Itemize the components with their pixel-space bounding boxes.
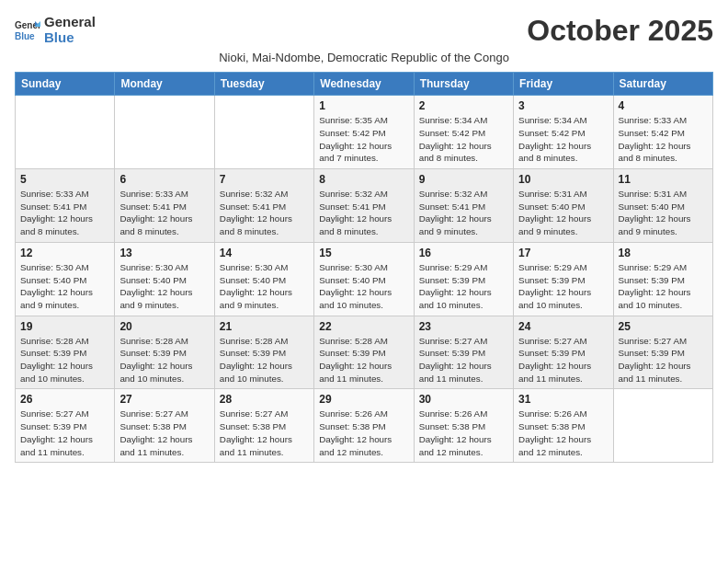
day-number: 30 (419, 393, 508, 406)
day-number: 19 (20, 320, 109, 333)
day-number: 20 (119, 320, 209, 333)
header-day: Monday (115, 73, 214, 96)
day-info: Sunrise: 5:26 AMSunset: 5:38 PMDaylight:… (419, 408, 508, 458)
calendar-cell: 22Sunrise: 5:28 AMSunset: 5:39 PMDayligh… (314, 316, 414, 389)
calendar-cell (214, 96, 313, 169)
day-info: Sunrise: 5:34 AMSunset: 5:42 PMDaylight:… (419, 114, 508, 165)
calendar-week: 1Sunrise: 5:35 AMSunset: 5:42 PMDaylight… (16, 96, 713, 169)
calendar-cell: 15Sunrise: 5:30 AMSunset: 5:40 PMDayligh… (314, 242, 414, 316)
logo: General Blue General Blue (15, 15, 96, 45)
day-info: Sunrise: 5:29 AMSunset: 5:39 PMDaylight:… (419, 261, 508, 312)
day-info: Sunrise: 5:31 AMSunset: 5:40 PMDaylight:… (619, 188, 708, 238)
day-number: 12 (20, 247, 109, 259)
calendar-cell: 27Sunrise: 5:27 AMSunset: 5:38 PMDayligh… (115, 389, 214, 463)
day-number: 1 (319, 99, 408, 112)
day-info: Sunrise: 5:33 AMSunset: 5:41 PMDaylight:… (20, 188, 109, 238)
calendar-cell: 14Sunrise: 5:30 AMSunset: 5:40 PMDayligh… (214, 242, 313, 316)
day-info: Sunrise: 5:31 AMSunset: 5:40 PMDaylight:… (518, 188, 608, 238)
day-info: Sunrise: 5:35 AMSunset: 5:42 PMDaylight:… (319, 114, 408, 165)
calendar-cell: 24Sunrise: 5:27 AMSunset: 5:39 PMDayligh… (514, 316, 613, 389)
calendar-cell: 26Sunrise: 5:27 AMSunset: 5:39 PMDayligh… (16, 389, 115, 463)
day-info: Sunrise: 5:29 AMSunset: 5:39 PMDaylight:… (518, 261, 608, 312)
calendar-cell: 12Sunrise: 5:30 AMSunset: 5:40 PMDayligh… (16, 242, 115, 316)
day-number: 25 (619, 320, 708, 333)
calendar-cell: 5Sunrise: 5:33 AMSunset: 5:41 PMDaylight… (16, 169, 115, 243)
calendar-week: 12Sunrise: 5:30 AMSunset: 5:40 PMDayligh… (16, 242, 713, 316)
calendar-cell: 11Sunrise: 5:31 AMSunset: 5:40 PMDayligh… (613, 169, 712, 243)
month-title: October 2025 (527, 15, 713, 47)
logo-general: General (44, 15, 96, 30)
day-number: 13 (119, 247, 209, 259)
calendar-week: 19Sunrise: 5:28 AMSunset: 5:39 PMDayligh… (16, 316, 713, 389)
day-number: 3 (518, 99, 608, 112)
calendar-cell: 18Sunrise: 5:29 AMSunset: 5:39 PMDayligh… (613, 242, 712, 316)
day-number: 4 (619, 99, 708, 112)
calendar-cell: 25Sunrise: 5:27 AMSunset: 5:39 PMDayligh… (613, 316, 712, 389)
day-info: Sunrise: 5:27 AMSunset: 5:38 PMDaylight:… (220, 408, 309, 458)
calendar-cell (613, 389, 712, 463)
calendar-cell: 28Sunrise: 5:27 AMSunset: 5:38 PMDayligh… (214, 389, 313, 463)
day-info: Sunrise: 5:30 AMSunset: 5:40 PMDaylight:… (319, 261, 408, 312)
calendar-cell: 9Sunrise: 5:32 AMSunset: 5:41 PMDaylight… (414, 169, 513, 243)
calendar: SundayMondayTuesdayWednesdayThursdayFrid… (15, 72, 713, 463)
day-info: Sunrise: 5:27 AMSunset: 5:39 PMDaylight:… (419, 335, 508, 385)
header-day: Sunday (16, 73, 115, 96)
day-number: 22 (319, 320, 408, 333)
title-area: October 2025 (527, 15, 713, 47)
day-info: Sunrise: 5:33 AMSunset: 5:41 PMDaylight:… (119, 188, 209, 238)
calendar-cell: 20Sunrise: 5:28 AMSunset: 5:39 PMDayligh… (115, 316, 214, 389)
header: General Blue General Blue October 2025 (15, 15, 713, 47)
day-info: Sunrise: 5:27 AMSunset: 5:38 PMDaylight:… (119, 408, 209, 458)
day-info: Sunrise: 5:28 AMSunset: 5:39 PMDaylight:… (220, 335, 309, 385)
day-number: 23 (419, 320, 508, 333)
header-day: Saturday (613, 73, 712, 96)
day-info: Sunrise: 5:32 AMSunset: 5:41 PMDaylight:… (220, 188, 309, 238)
header-day: Wednesday (314, 73, 414, 96)
day-info: Sunrise: 5:26 AMSunset: 5:38 PMDaylight:… (518, 408, 608, 458)
calendar-cell: 1Sunrise: 5:35 AMSunset: 5:42 PMDaylight… (314, 96, 414, 169)
calendar-cell: 4Sunrise: 5:33 AMSunset: 5:42 PMDaylight… (613, 96, 712, 169)
calendar-week: 5Sunrise: 5:33 AMSunset: 5:41 PMDaylight… (16, 169, 713, 243)
day-info: Sunrise: 5:32 AMSunset: 5:41 PMDaylight:… (419, 188, 508, 238)
subtitle: Nioki, Mai-Ndombe, Democratic Republic o… (15, 51, 713, 64)
calendar-cell: 29Sunrise: 5:26 AMSunset: 5:38 PMDayligh… (314, 389, 414, 463)
day-info: Sunrise: 5:29 AMSunset: 5:39 PMDaylight:… (619, 261, 708, 312)
calendar-cell: 13Sunrise: 5:30 AMSunset: 5:40 PMDayligh… (115, 242, 214, 316)
calendar-cell: 17Sunrise: 5:29 AMSunset: 5:39 PMDayligh… (514, 242, 613, 316)
header-day: Thursday (414, 73, 513, 96)
day-number: 18 (619, 247, 708, 259)
day-number: 17 (518, 247, 608, 259)
header-day: Tuesday (214, 73, 313, 96)
day-number: 29 (319, 393, 408, 406)
day-number: 15 (319, 247, 408, 259)
header-row: SundayMondayTuesdayWednesdayThursdayFrid… (16, 73, 713, 96)
day-number: 6 (119, 173, 209, 186)
calendar-cell: 19Sunrise: 5:28 AMSunset: 5:39 PMDayligh… (16, 316, 115, 389)
calendar-week: 26Sunrise: 5:27 AMSunset: 5:39 PMDayligh… (16, 389, 713, 463)
day-number: 14 (220, 247, 309, 259)
day-number: 26 (20, 393, 109, 406)
calendar-body: 1Sunrise: 5:35 AMSunset: 5:42 PMDaylight… (16, 96, 713, 463)
day-number: 10 (518, 173, 608, 186)
day-info: Sunrise: 5:27 AMSunset: 5:39 PMDaylight:… (20, 408, 109, 458)
day-number: 27 (119, 393, 209, 406)
header-day: Friday (514, 73, 613, 96)
day-number: 11 (619, 173, 708, 186)
calendar-cell: 10Sunrise: 5:31 AMSunset: 5:40 PMDayligh… (514, 169, 613, 243)
calendar-cell (115, 96, 214, 169)
calendar-cell: 31Sunrise: 5:26 AMSunset: 5:38 PMDayligh… (514, 389, 613, 463)
day-info: Sunrise: 5:28 AMSunset: 5:39 PMDaylight:… (319, 335, 408, 385)
calendar-cell: 3Sunrise: 5:34 AMSunset: 5:42 PMDaylight… (514, 96, 613, 169)
calendar-header: SundayMondayTuesdayWednesdayThursdayFrid… (16, 73, 713, 96)
day-info: Sunrise: 5:30 AMSunset: 5:40 PMDaylight:… (220, 261, 309, 312)
day-number: 24 (518, 320, 608, 333)
day-number: 8 (319, 173, 408, 186)
day-number: 31 (518, 393, 608, 406)
day-info: Sunrise: 5:28 AMSunset: 5:39 PMDaylight:… (119, 335, 209, 385)
day-info: Sunrise: 5:34 AMSunset: 5:42 PMDaylight:… (518, 114, 608, 165)
calendar-cell: 30Sunrise: 5:26 AMSunset: 5:38 PMDayligh… (414, 389, 513, 463)
day-info: Sunrise: 5:30 AMSunset: 5:40 PMDaylight:… (20, 261, 109, 312)
day-info: Sunrise: 5:30 AMSunset: 5:40 PMDaylight:… (119, 261, 209, 312)
day-info: Sunrise: 5:28 AMSunset: 5:39 PMDaylight:… (20, 335, 109, 385)
calendar-cell: 16Sunrise: 5:29 AMSunset: 5:39 PMDayligh… (414, 242, 513, 316)
